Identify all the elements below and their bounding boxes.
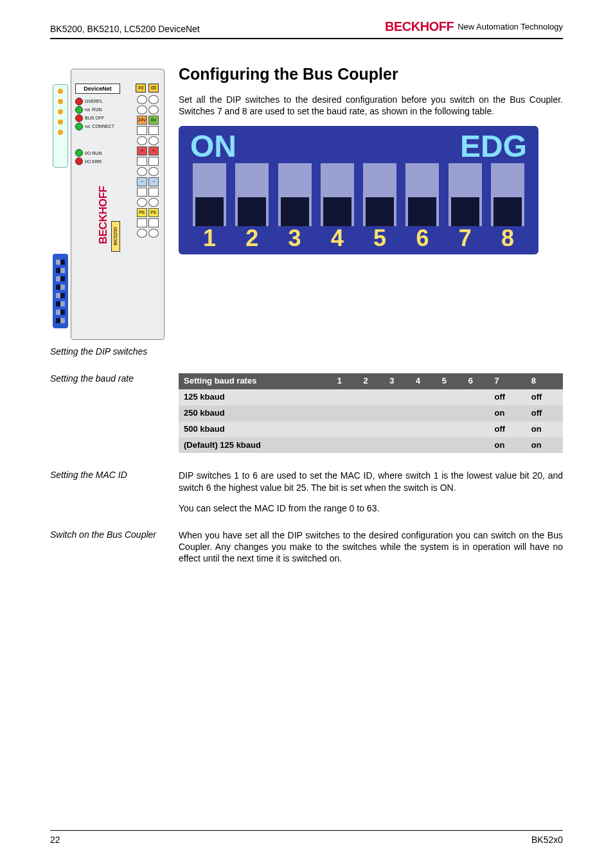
baud-switch-cell xyxy=(384,389,411,405)
busoff-led-icon xyxy=(75,114,83,122)
busoff-label: BUS OFF xyxy=(85,115,104,121)
dip-number: 7 xyxy=(449,225,482,252)
baud-switch-cell: off xyxy=(489,389,526,405)
baud-col-3: 3 xyxy=(384,373,411,389)
baud-switch-cell xyxy=(411,438,437,454)
figure-caption: Setting the DIP switches xyxy=(50,346,166,357)
dip-number: 6 xyxy=(405,225,439,252)
terminal-empty xyxy=(148,157,159,166)
baud-switch-cell xyxy=(463,421,490,438)
io-led-group: I/O RUN I/O ERR xyxy=(75,149,102,166)
baud-switch-cell xyxy=(332,389,359,405)
connect-label: CONNECT xyxy=(92,123,114,130)
terminal-0v: 0V xyxy=(148,116,159,125)
terminal-empty xyxy=(137,157,147,166)
dip-edg-label: EDG xyxy=(460,128,527,164)
doc-title: BK5200, BK5210, LC5200 DeviceNet xyxy=(50,24,200,34)
baud-switch-cell: off xyxy=(526,405,563,421)
baud-switch-cell xyxy=(384,405,411,421)
terminal-empty xyxy=(137,126,147,135)
baud-switch-cell xyxy=(358,438,384,454)
terminal-hole-icon xyxy=(137,229,147,238)
baud-switch-cell xyxy=(437,421,463,438)
terminal-minus: − xyxy=(148,177,159,186)
baud-col-5: 5 xyxy=(437,373,463,389)
baud-switch-cell: on xyxy=(526,421,563,438)
baud-rate-cell: 125 kbaud xyxy=(179,389,332,405)
baud-col-rate: Setting baud rates xyxy=(179,373,332,389)
baud-table-row: (Default) 125 kbaudonon xyxy=(179,438,563,454)
terminal-hole-icon xyxy=(148,198,159,207)
terminal-pe: PE xyxy=(148,208,159,217)
dip-on-label: ON xyxy=(190,128,236,164)
baud-rate-table: Setting baud rates 1 2 3 4 5 6 7 8 125 k… xyxy=(179,373,563,453)
terminal-hole-icon xyxy=(148,136,159,145)
status-led-group: OVERFL NSRUN BUS OFF NSCONNECT xyxy=(75,98,114,131)
baud-rate-cell: (Default) 125 kbaud xyxy=(179,438,332,454)
baud-col-4: 4 xyxy=(411,373,437,389)
terminal-column: 24V0V ++ −− PEPE xyxy=(137,95,160,333)
io-run-led-icon xyxy=(75,149,83,157)
brand-vertical-label: BECKHOFF xyxy=(97,180,110,251)
baud-switch-cell xyxy=(463,405,490,421)
baud-switch-cell: on xyxy=(489,405,526,421)
dip-number: 5 xyxy=(363,225,396,252)
switch-on-section-label: Switch on the Bus Coupler xyxy=(50,529,166,540)
dip-slot-4 xyxy=(321,163,354,226)
baud-table-row: 125 kbaudoffoff xyxy=(179,389,563,405)
dip-slot-2 xyxy=(235,163,269,226)
run-label: RUN xyxy=(92,107,102,113)
bus-connector-strip xyxy=(53,84,68,168)
terminal-plus: + xyxy=(137,146,147,155)
baud-switch-cell xyxy=(332,405,359,421)
baud-switch-cell xyxy=(437,389,463,405)
terminal-minus: − xyxy=(137,177,147,186)
bus-pin-3 xyxy=(58,109,63,114)
baud-rate-cell: 500 kbaud xyxy=(179,421,332,438)
baud-switch-cell xyxy=(437,405,463,421)
dip-number: 3 xyxy=(278,225,312,252)
terminal-plus: + xyxy=(148,146,159,155)
io-err-label: I/O ERR xyxy=(85,159,102,164)
terminal-led-icon xyxy=(148,105,159,114)
baud-switch-cell: on xyxy=(526,438,563,454)
baud-switch-cell xyxy=(358,405,384,421)
baud-switch-cell: off xyxy=(526,389,563,405)
terminal-led-icon xyxy=(137,95,147,104)
ns1-label: NS xyxy=(85,107,90,113)
baud-col-7: 7 xyxy=(489,373,526,389)
dip-switch-on-device xyxy=(53,254,68,328)
baud-switch-cell xyxy=(332,438,359,454)
section-heading: Configuring the Bus Coupler xyxy=(179,65,563,84)
baud-switch-cell xyxy=(437,438,463,454)
baud-switch-cell xyxy=(411,389,437,405)
dip-number: 1 xyxy=(193,225,226,252)
baud-switch-cell: off xyxy=(489,421,526,438)
baud-switch-cell: on xyxy=(489,438,526,454)
terminal-hole-icon xyxy=(148,229,159,238)
bus-pin-5 xyxy=(58,130,63,135)
terminal-led-icon xyxy=(137,105,147,114)
io-run-label: I/O RUN xyxy=(85,151,102,155)
dip-slot-8 xyxy=(491,163,524,226)
dip-slots xyxy=(193,163,524,226)
dip-slot-1 xyxy=(193,163,226,226)
doc-code: BK52x0 xyxy=(531,835,563,845)
baud-switch-cell xyxy=(384,438,411,454)
terminal-empty xyxy=(148,218,159,227)
page-header: BK5200, BK5210, LC5200 DeviceNet BECKHOF… xyxy=(50,19,563,39)
module-body: DeviceNet X0 00 OVERFL NSRUN BUS OFF NSC… xyxy=(71,69,164,340)
terminal-hole-icon xyxy=(148,167,159,176)
baud-switch-cell xyxy=(332,421,359,438)
bus-coupler-module-figure: DeviceNet X0 00 OVERFL NSRUN BUS OFF NSC… xyxy=(50,65,166,341)
baud-switch-cell xyxy=(411,421,437,438)
page-footer: 22 BK52x0 xyxy=(50,830,563,845)
brand-tagline: New Automation Technology xyxy=(458,22,563,31)
terminal-empty xyxy=(148,126,159,135)
page-number: 22 xyxy=(50,835,60,845)
run-led-icon xyxy=(75,106,83,114)
overfl-led-icon xyxy=(75,98,83,105)
baud-col-8: 8 xyxy=(526,373,563,389)
baud-switch-cell xyxy=(358,389,384,405)
model-code-tag: BK5200 xyxy=(111,221,120,252)
